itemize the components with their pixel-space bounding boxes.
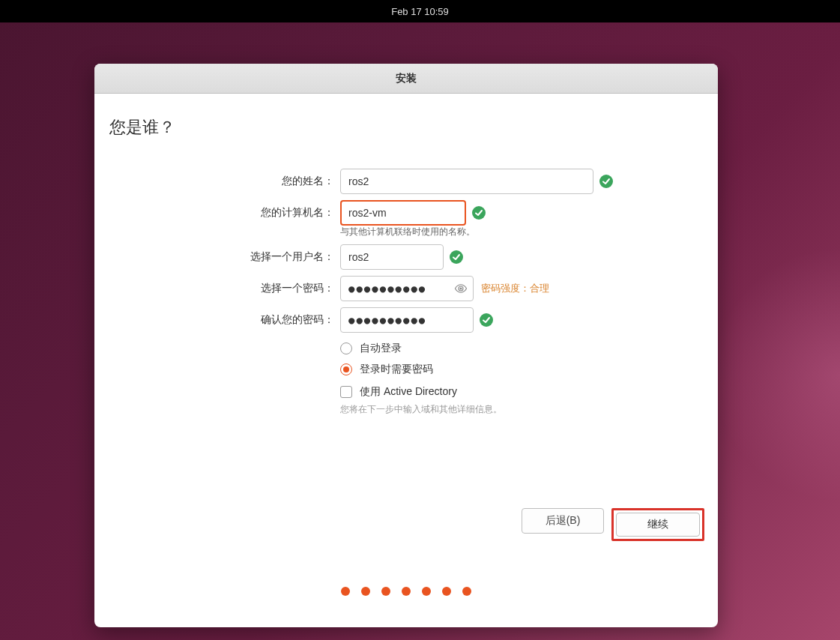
svg-point-2 xyxy=(450,250,463,264)
progress-dot xyxy=(442,587,451,596)
radio-auto-login[interactable]: 自动登录 xyxy=(340,342,703,355)
row-hostname: 您的计算机名： xyxy=(109,200,703,226)
window-content: 您是谁？ 您的姓名： 您的计算机名： xyxy=(94,94,718,627)
top-system-bar: Feb 17 10:59 xyxy=(0,0,840,22)
radio-require-password[interactable]: 登录时需要密码 xyxy=(340,363,703,376)
ad-helper-text: 您将在下一步中输入域和其他详细信息。 xyxy=(340,403,703,416)
radio-circle-icon xyxy=(340,342,352,354)
svg-point-1 xyxy=(472,206,486,220)
row-username: 选择一个用户名： xyxy=(109,244,703,270)
confirm-password-input[interactable]: ●●●●●●●●●● xyxy=(340,307,474,333)
row-confirm-password: 确认您的密码： ●●●●●●●●●● xyxy=(109,307,703,333)
continue-button[interactable]: 继续 xyxy=(616,513,700,537)
label-hostname: 您的计算机名： xyxy=(109,206,340,220)
progress-dot xyxy=(422,587,431,596)
name-input[interactable] xyxy=(340,169,593,194)
svg-point-4 xyxy=(480,313,493,327)
hostname-helper: 与其他计算机联络时使用的名称。 xyxy=(340,226,475,238)
back-button[interactable]: 后退(B) xyxy=(522,508,604,534)
checkbox-ad-label: 使用 Active Directory xyxy=(360,385,457,399)
hostname-input[interactable] xyxy=(340,200,466,226)
continue-button-highlight: 继续 xyxy=(611,508,704,541)
window-titlebar: 安装 xyxy=(94,64,718,94)
checkbox-box-icon xyxy=(340,386,352,398)
progress-dot xyxy=(341,587,350,596)
label-password: 选择一个密码： xyxy=(109,282,340,295)
page-heading: 您是谁？ xyxy=(109,116,703,139)
show-password-icon[interactable] xyxy=(454,282,468,295)
button-row: 后退(B) 继续 xyxy=(522,508,704,541)
installer-window: 安装 您是谁？ 您的姓名： 您的计算机名： xyxy=(94,64,718,627)
progress-dot xyxy=(462,587,471,596)
row-name: 您的姓名： xyxy=(109,169,703,194)
radio-circle-checked-icon xyxy=(340,363,352,375)
label-username: 选择一个用户名： xyxy=(109,250,340,264)
check-icon xyxy=(480,313,493,327)
progress-dots xyxy=(341,587,471,596)
checkbox-active-directory[interactable]: 使用 Active Directory xyxy=(340,385,703,399)
username-input[interactable] xyxy=(340,244,444,270)
datetime-label: Feb 17 10:59 xyxy=(391,6,449,17)
row-password: 选择一个密码： ●●●●●●●●●● 密码强度：合理 xyxy=(109,276,703,301)
progress-dot xyxy=(402,587,411,596)
radio-auto-login-label: 自动登录 xyxy=(360,342,402,355)
password-strength: 密码强度：合理 xyxy=(481,282,549,295)
svg-point-0 xyxy=(599,175,613,188)
label-name: 您的姓名： xyxy=(109,175,340,188)
svg-point-3 xyxy=(460,288,462,290)
login-option-group: 自动登录 登录时需要密码 xyxy=(340,342,703,376)
radio-require-password-label: 登录时需要密码 xyxy=(360,363,433,376)
window-title: 安装 xyxy=(396,72,417,85)
check-icon xyxy=(450,250,463,264)
check-icon xyxy=(472,206,486,220)
progress-dot xyxy=(381,587,390,596)
label-confirm-password: 确认您的密码： xyxy=(109,313,340,327)
check-icon xyxy=(599,175,613,188)
user-form: 您的姓名： 您的计算机名： xyxy=(109,169,703,416)
active-directory-group: 使用 Active Directory xyxy=(340,385,703,399)
progress-dot xyxy=(361,587,370,596)
row-hostname-helper: 与其他计算机联络时使用的名称。 xyxy=(109,226,703,238)
